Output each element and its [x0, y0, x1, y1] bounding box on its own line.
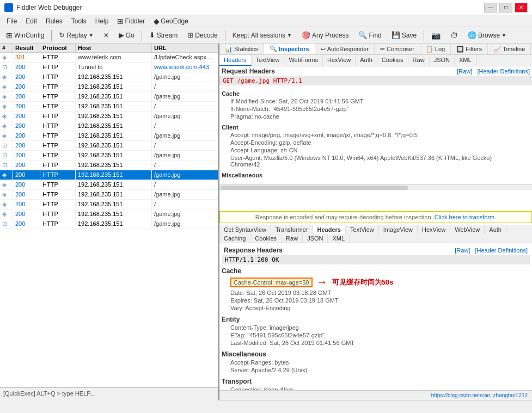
table-row[interactable]: ◈ 200 HTTP 192.168.235.151 /: [0, 180, 218, 190]
req-section-title: Request Headers: [222, 67, 275, 75]
table-row[interactable]: ⊡ 200 HTTP Tunnel to www.telerik.com:443: [0, 63, 218, 72]
table-row[interactable]: ◈ 200 HTTP 192.168.235.151 /game.jpg: [0, 170, 218, 180]
menu-fiddler[interactable]: ⊞ Fiddler: [113, 16, 149, 27]
tab-autoresponder[interactable]: ↩ AutoResponder: [315, 44, 375, 54]
resp-tab-caching[interactable]: Caching: [219, 234, 250, 243]
sessions-table[interactable]: # Result Protocol Host URL ◈ 301 HTTP ww…: [0, 44, 218, 387]
row-protocol: HTTP: [40, 219, 76, 229]
resp-tab-textview[interactable]: TextView: [346, 225, 379, 234]
resp-tab-row2: Caching Cookies Raw JSON XML: [219, 234, 532, 243]
resp-headerdefs-link[interactable]: [Header Definitions]: [475, 247, 528, 254]
subtab-json[interactable]: JSON: [430, 55, 455, 66]
table-row[interactable]: ◈ 200 HTTP 192.168.235.151 /: [0, 102, 218, 112]
subtab-cookies[interactable]: Cookies: [377, 55, 408, 66]
resp-raw-link[interactable]: [Raw]: [455, 247, 470, 254]
status-bar: [0, 400, 532, 413]
subtab-xml[interactable]: XML: [455, 55, 476, 66]
subtab-headers[interactable]: Headers: [219, 55, 252, 66]
tab-log[interactable]: 📋 Log: [420, 44, 451, 54]
table-row[interactable]: ◈ 200 HTTP 192.168.235.151 /game.jpg: [0, 209, 218, 219]
resp-tab-getsyntaxview[interactable]: Get SyntaxView: [219, 225, 271, 234]
quickexec-bar[interactable]: [QuickExec] ALT+Q > type HELP...: [0, 387, 218, 400]
warning-click-link[interactable]: Click here to transform.: [435, 214, 497, 220]
resp-tab-auth[interactable]: Auth: [485, 225, 506, 234]
stream-button[interactable]: ⬇ Stream: [145, 29, 182, 41]
req-scrollbar-h[interactable]: [219, 184, 532, 190]
row-url: /: [152, 200, 218, 209]
req-misc-group: Miscellaneous: [222, 171, 530, 179]
resp-tab-hexview[interactable]: HexView: [418, 225, 450, 234]
resp-tab-imageview[interactable]: ImageView: [379, 225, 418, 234]
top-tab-row: 📊 Statistics 🔍 Inspectors ↩ AutoResponde…: [219, 44, 532, 55]
req-section-links: [Raw] [Header Definitions]: [454, 68, 530, 75]
table-row[interactable]: ◈ 200 HTTP 192.168.235.151 /game.jpg: [0, 112, 218, 121]
row-host: 192.168.235.151: [76, 131, 152, 140]
maximize-button[interactable]: □: [499, 3, 512, 13]
footer-url-bar: https://blog.csdn.net/cao_zhangtao1212: [219, 390, 532, 400]
subtab-auth[interactable]: Auth: [356, 55, 377, 66]
warning-bar[interactable]: Response is encoded and may require deco…: [219, 211, 532, 223]
req-raw-link[interactable]: [Raw]: [457, 68, 472, 75]
tab-composer[interactable]: ✏ Composer: [375, 44, 420, 54]
table-row[interactable]: ⊡ 200 HTTP 192.168.235.151 /: [0, 141, 218, 151]
row-host: 192.168.235.151: [76, 170, 152, 180]
row-protocol: HTTP: [40, 92, 76, 101]
table-row[interactable]: ◈ 200 HTTP 192.168.235.151 /: [0, 82, 218, 92]
table-row[interactable]: ⊡ 200 HTTP 192.168.235.151 /: [0, 161, 218, 170]
save-button[interactable]: 💾 Save: [388, 29, 420, 41]
timer-button[interactable]: ⏱: [447, 29, 462, 41]
menu-rules[interactable]: Rules: [41, 16, 67, 26]
resp-tab-raw[interactable]: Raw: [282, 234, 303, 243]
tab-timeline[interactable]: 📈 Timeline: [488, 44, 531, 54]
resp-tab-webview[interactable]: WebView: [450, 225, 485, 234]
tab-inspectors[interactable]: 🔍 Inspectors: [264, 44, 315, 54]
table-row[interactable]: ⊡ 200 HTTP 192.168.235.151 /game.jpg: [0, 151, 218, 161]
resp-misc-title: Miscellaneous: [222, 350, 530, 359]
menu-geoedge[interactable]: ◆ GeoEdge: [149, 16, 193, 27]
camera-button[interactable]: 📷: [427, 29, 444, 41]
right-panel: 📊 Statistics 🔍 Inspectors ↩ AutoResponde…: [219, 44, 532, 400]
row-url: /game.jpg: [152, 131, 218, 140]
table-row[interactable]: ◈ 200 HTTP 192.168.235.151 /game.jpg: [0, 131, 218, 141]
resp-tab-xml[interactable]: XML: [328, 234, 350, 243]
table-row[interactable]: ◈ 301 HTTP www.telerik.com /UpdateCheck.…: [0, 53, 218, 63]
any-process-button[interactable]: 🎯 Any Process: [298, 29, 352, 41]
menu-help[interactable]: Help: [91, 16, 113, 26]
replay-button[interactable]: ↻ Replay ▼: [55, 29, 97, 41]
subtab-raw[interactable]: Raw: [408, 55, 430, 66]
tab-statistics[interactable]: 📊 Statistics: [219, 44, 264, 54]
close-button[interactable]: ✕: [515, 3, 528, 13]
req-headerdefs-link[interactable]: [Header Definitions]: [477, 68, 530, 75]
menu-tools[interactable]: Tools: [67, 16, 91, 26]
go-button[interactable]: ▶ Go: [115, 29, 138, 41]
browse-button[interactable]: 🌐 Browse ▼: [464, 29, 510, 41]
resp-tab-json[interactable]: JSON: [303, 234, 328, 243]
minimize-button[interactable]: —: [484, 3, 497, 13]
decode-button[interactable]: ⊞ Decode: [184, 29, 221, 41]
x-button[interactable]: ✕: [100, 30, 113, 41]
tab-filters[interactable]: 🔲 Filters: [451, 44, 488, 54]
table-row[interactable]: ◈ 200 HTTP 192.168.235.151 /game.jpg: [0, 190, 218, 200]
menu-file[interactable]: File: [2, 16, 21, 26]
row-url: www.telerik.com:443: [152, 63, 218, 72]
row-protocol: HTTP: [40, 141, 76, 150]
resp-tab-cookies[interactable]: Cookies: [250, 234, 282, 243]
menu-edit[interactable]: Edit: [21, 16, 41, 26]
row-url: /: [152, 121, 218, 131]
subtab-textview[interactable]: TextView: [252, 55, 285, 66]
table-row[interactable]: ⊡ 200 HTTP 192.168.235.151 /game.jpg: [0, 219, 218, 229]
table-row[interactable]: ◈ 200 HTTP 192.168.235.151 /game.jpg: [0, 92, 218, 102]
subtab-hexview[interactable]: HexView: [323, 55, 356, 66]
subtab-webforms[interactable]: WebForms: [284, 55, 323, 66]
stream-label: Stream: [157, 32, 178, 39]
toolbar-separator-1: [51, 30, 52, 41]
find-button[interactable]: 🔍 Find: [354, 29, 385, 41]
table-row[interactable]: ◈ 200 HTTP 192.168.235.151 /game.jpg: [0, 72, 218, 82]
keep-sessions-button[interactable]: Keep: All sessions ▼: [229, 30, 296, 41]
table-row[interactable]: ◈ 200 HTTP 192.168.235.151 /: [0, 200, 218, 209]
winconfig-button[interactable]: ⊞ WinConfig: [2, 29, 48, 41]
resp-tab-headers[interactable]: Headers: [313, 225, 346, 234]
statistics-icon: 📊: [225, 46, 233, 53]
resp-tab-transformer[interactable]: Transformer: [271, 225, 313, 234]
table-row[interactable]: ◈ 200 HTTP 192.168.235.151 /: [0, 121, 218, 131]
